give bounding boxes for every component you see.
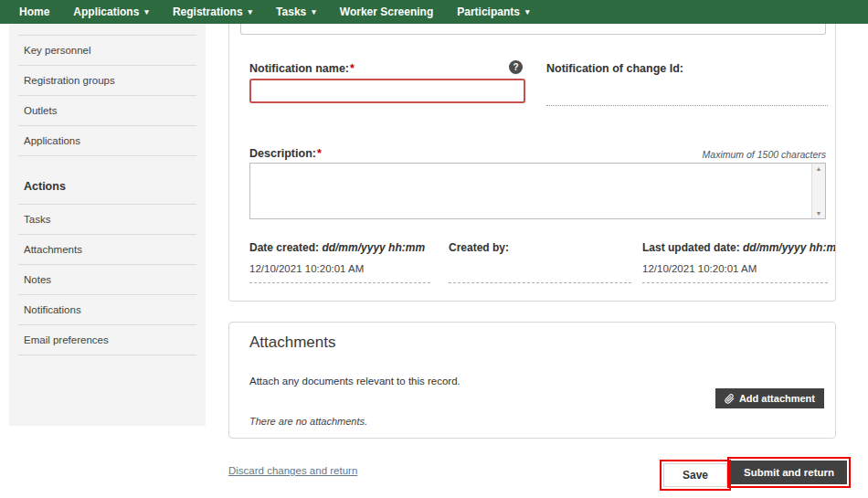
sidebar: Key personnel Registration groups Outlet…	[9, 24, 206, 426]
truncated-top-field[interactable]	[240, 24, 826, 35]
sidebar-actions-header: Actions	[9, 156, 206, 204]
scroll-down-icon[interactable]: ▼	[816, 210, 822, 217]
chevron-down-icon: ▾	[249, 8, 253, 16]
sidebar-item-notes[interactable]: Notes	[18, 265, 196, 295]
notification-name-label: Notification name:*	[249, 62, 355, 75]
page: Home Applications ▾ Registrations ▾ Task…	[0, 0, 868, 498]
sidebar-item-applications[interactable]: Applications	[18, 126, 196, 156]
description-label: Description:*	[249, 147, 322, 160]
nav-label: Home	[19, 5, 49, 18]
sidebar-nav-list: Key personnel Registration groups Outlet…	[18, 35, 196, 156]
description-textarea[interactable]: ▲ ▼	[249, 163, 826, 219]
last-updated-label: Last updated date: dd/mm/yyyy hh:mm	[642, 241, 836, 254]
chevron-down-icon: ▾	[312, 8, 316, 16]
sidebar-item-tasks[interactable]: Tasks	[18, 205, 196, 235]
add-attachment-button[interactable]: Add attachment	[715, 388, 824, 408]
nav-item-participants[interactable]: Participants ▾	[445, 0, 541, 24]
change-id-field[interactable]	[546, 84, 828, 106]
created-by-label: Created by:	[449, 241, 509, 254]
required-marker: *	[317, 147, 322, 160]
date-format-hint: dd/mm/yyyy hh:mm	[743, 241, 836, 254]
sidebar-item-notifications[interactable]: Notifications	[18, 295, 196, 325]
nav-label: Applications	[73, 5, 139, 18]
nav-label: Participants	[457, 5, 520, 18]
no-attachments-text: There are no attachments.	[249, 416, 367, 427]
attachments-panel: Attachments Attach any documents relevan…	[228, 322, 836, 439]
required-marker: *	[350, 62, 355, 75]
notification-form-panel: Notification name:* ? Notification of ch…	[228, 24, 836, 302]
nav-item-home[interactable]: Home	[7, 0, 61, 24]
nav-label: Worker Screening	[340, 5, 433, 18]
date-created-label: Date created: dd/mm/yyyy hh:mm	[249, 241, 425, 254]
date-format-hint: dd/mm/yyyy hh:mm	[322, 241, 425, 254]
last-updated-value: 12/10/2021 10:20:01 AM	[642, 263, 828, 283]
sidebar-actions-list: Tasks Attachments Notes Notifications Em…	[18, 204, 196, 355]
scrollbar[interactable]: ▲ ▼	[811, 164, 825, 218]
sidebar-item-outlets[interactable]: Outlets	[18, 96, 196, 126]
sidebar-item-attachments[interactable]: Attachments	[18, 235, 196, 265]
change-id-label: Notification of change Id:	[546, 62, 683, 75]
attachments-title: Attachments	[249, 334, 336, 352]
date-created-value: 12/10/2021 10:20:01 AM	[249, 263, 430, 283]
chevron-down-icon: ▾	[525, 8, 530, 16]
scroll-up-icon[interactable]: ▲	[816, 165, 822, 172]
max-characters-note: Maximum of 1500 characters	[703, 149, 826, 160]
nav-item-worker-screening[interactable]: Worker Screening	[328, 0, 445, 24]
nav-item-registrations[interactable]: Registrations ▾	[161, 0, 264, 24]
help-icon[interactable]: ?	[509, 60, 523, 74]
sidebar-item-key-personnel[interactable]: Key personnel	[18, 36, 196, 66]
discard-changes-link[interactable]: Discard changes and return	[228, 465, 357, 476]
created-by-value	[449, 263, 631, 283]
nav-label: Tasks	[276, 5, 306, 18]
submit-and-return-button[interactable]: Submit and return	[731, 461, 847, 484]
save-button-highlight: Save	[660, 460, 731, 491]
nav-item-tasks[interactable]: Tasks ▾	[264, 0, 328, 24]
paperclip-icon	[725, 394, 735, 404]
save-button[interactable]: Save	[663, 463, 727, 487]
sidebar-item-email-preferences[interactable]: Email preferences	[18, 325, 196, 355]
notification-name-input[interactable]	[249, 79, 525, 103]
submit-button-highlight: Submit and return	[727, 457, 851, 488]
nav-item-applications[interactable]: Applications ▾	[61, 0, 161, 24]
add-attachment-label: Add attachment	[739, 393, 815, 404]
chevron-down-icon: ▾	[144, 8, 149, 16]
top-nav: Home Applications ▾ Registrations ▾ Task…	[0, 0, 868, 24]
attachments-description: Attach any documents relevant to this re…	[249, 376, 460, 387]
sidebar-item-registration-groups[interactable]: Registration groups	[18, 66, 196, 96]
nav-label: Registrations	[173, 5, 243, 18]
